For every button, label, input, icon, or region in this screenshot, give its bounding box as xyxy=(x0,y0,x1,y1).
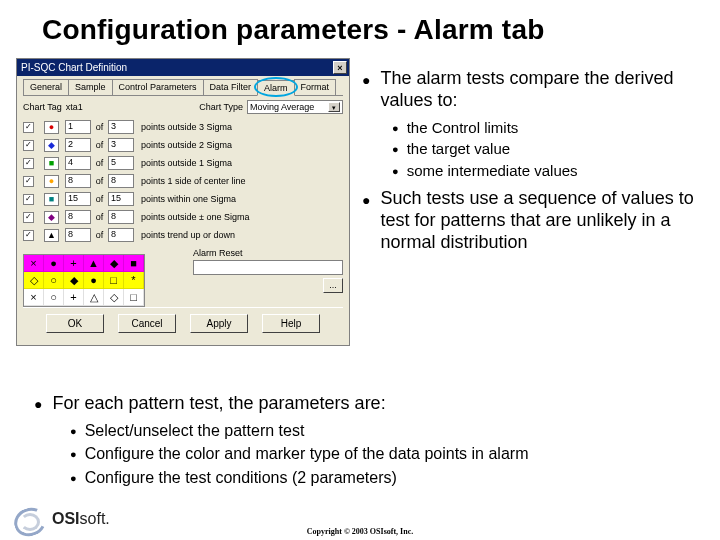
right-column: ● The alarm tests compare the derived va… xyxy=(362,68,708,260)
alarm-test-checkbox[interactable]: ✓ xyxy=(23,176,34,187)
alarm-test-checkbox[interactable]: ✓ xyxy=(23,212,34,223)
alarm-test-param2[interactable]: 8 xyxy=(108,228,134,242)
alarm-test-desc: points outside 1 Sigma xyxy=(137,158,343,168)
close-icon[interactable]: × xyxy=(333,61,347,74)
palette-cell[interactable]: ▲ xyxy=(84,255,104,272)
bullet-icon: ● xyxy=(392,161,399,181)
alarm-test-param2[interactable]: 8 xyxy=(108,210,134,224)
alarm-reset-field[interactable] xyxy=(193,260,343,275)
bullet-level1: ● Such tests use a sequence of values to… xyxy=(362,188,708,254)
dialog-button-row: OK Cancel Apply Help xyxy=(23,307,343,339)
dialog-titlebar: PI-SQC Chart Definition × xyxy=(17,59,349,76)
alarm-test-desc: points outside 3 Sigma xyxy=(137,122,343,132)
chart-tag-value: xta1 xyxy=(66,102,83,112)
alarm-test-param1[interactable]: 1 xyxy=(65,120,91,134)
alarm-test-param2[interactable]: 8 xyxy=(108,174,134,188)
alarm-test-desc: points outside 2 Sigma xyxy=(137,140,343,150)
tab-alarm[interactable]: Alarm xyxy=(257,80,295,96)
bullet-icon: ● xyxy=(362,188,370,254)
alarm-reset-label: Alarm Reset xyxy=(193,248,343,258)
bullet-icon: ● xyxy=(392,139,399,159)
alarm-test-marker[interactable]: ● xyxy=(44,175,59,188)
bullet-level2: ●the target value xyxy=(392,139,708,159)
browse-button[interactable]: ... xyxy=(323,278,343,293)
alarm-test-marker[interactable]: ■ xyxy=(44,193,59,206)
alarm-test-param2[interactable]: 3 xyxy=(108,120,134,134)
bullet-text: the Control limits xyxy=(407,118,519,138)
palette-cell[interactable]: + xyxy=(64,289,84,306)
footer: OSIsoft. Copyright © 2003 OSIsoft, Inc. xyxy=(0,500,720,540)
alarm-test-param2[interactable]: 15 xyxy=(108,192,134,206)
chart-type-value: Moving Average xyxy=(250,102,314,112)
palette-cell[interactable]: + xyxy=(64,255,84,272)
ok-button[interactable]: OK xyxy=(46,314,104,333)
palette-cell[interactable]: ◇ xyxy=(104,289,124,306)
alarm-test-checkbox[interactable]: ✓ xyxy=(23,194,34,205)
of-label: of xyxy=(94,176,105,186)
alarm-test-param1[interactable]: 8 xyxy=(65,228,91,242)
alarm-test-param2[interactable]: 3 xyxy=(108,138,134,152)
alarm-test-desc: points trend up or down xyxy=(137,230,343,240)
bullet-icon: ● xyxy=(70,421,77,442)
dialog-body: General Sample Control Parameters Data F… xyxy=(17,76,349,345)
alarm-test-param1[interactable]: 8 xyxy=(65,174,91,188)
dialog-window: PI-SQC Chart Definition × General Sample… xyxy=(16,58,350,346)
alarm-test-param1[interactable]: 8 xyxy=(65,210,91,224)
chart-type-combo[interactable]: Moving Average xyxy=(247,100,343,114)
bullet-text: Such tests use a sequence of values to t… xyxy=(380,188,708,254)
palette-cell[interactable]: ○ xyxy=(44,272,64,289)
alarm-test-param2[interactable]: 5 xyxy=(108,156,134,170)
alarm-test-checkbox[interactable]: ✓ xyxy=(23,158,34,169)
bullet-level1: ● For each pattern test, the parameters … xyxy=(34,392,698,415)
palette-cell[interactable]: * xyxy=(124,272,144,289)
logo-text: OSIsoft. xyxy=(52,510,110,528)
chart-tag-label: Chart Tag xyxy=(23,102,62,112)
bullet-icon: ● xyxy=(392,118,399,138)
tab-control-parameters[interactable]: Control Parameters xyxy=(112,79,204,95)
alarm-test-marker[interactable]: ● xyxy=(44,121,59,134)
alarm-test-desc: points within one Sigma xyxy=(137,194,343,204)
tab-sample[interactable]: Sample xyxy=(68,79,113,95)
palette-cell[interactable]: ◇ xyxy=(24,272,44,289)
of-label: of xyxy=(94,212,105,222)
bullet-level1: ● The alarm tests compare the derived va… xyxy=(362,68,708,112)
alarm-test-param1[interactable]: 2 xyxy=(65,138,91,152)
bullet-level2: ●Configure the test conditions (2 parame… xyxy=(70,468,698,489)
palette-cell[interactable]: ◆ xyxy=(104,255,124,272)
bullet-icon: ● xyxy=(362,68,370,112)
bullet-level2: ●Select/unselect the pattern test xyxy=(70,421,698,442)
palette-cell[interactable]: ◆ xyxy=(64,272,84,289)
marker-palette[interactable]: ×●+▲◆■◇○◆●□*×○+△◇□ xyxy=(23,254,145,307)
alarm-test-param1[interactable]: 15 xyxy=(65,192,91,206)
palette-cell[interactable]: ○ xyxy=(44,289,64,306)
tab-format[interactable]: Format xyxy=(294,79,337,95)
alarm-test-param1[interactable]: 4 xyxy=(65,156,91,170)
bullet-level2: ●Configure the color and marker type of … xyxy=(70,444,698,465)
palette-cell[interactable]: □ xyxy=(124,289,144,306)
of-label: of xyxy=(94,140,105,150)
alarm-test-checkbox[interactable]: ✓ xyxy=(23,140,34,151)
of-label: of xyxy=(94,158,105,168)
chart-type-label: Chart Type xyxy=(199,102,243,112)
palette-cell[interactable]: □ xyxy=(104,272,124,289)
alarm-test-marker[interactable]: ▲ xyxy=(44,229,59,242)
cancel-button[interactable]: Cancel xyxy=(118,314,176,333)
palette-cell[interactable]: × xyxy=(24,255,44,272)
palette-cell[interactable]: ● xyxy=(84,272,104,289)
palette-cell[interactable]: △ xyxy=(84,289,104,306)
alarm-test-marker[interactable]: ■ xyxy=(44,157,59,170)
alarm-test-checkbox[interactable]: ✓ xyxy=(23,230,34,241)
of-label: of xyxy=(94,122,105,132)
bullet-text: Configure the color and marker type of t… xyxy=(85,444,529,465)
alarm-test-desc: points outside ± one Sigma xyxy=(137,212,343,222)
tab-general[interactable]: General xyxy=(23,79,69,95)
help-button[interactable]: Help xyxy=(262,314,320,333)
palette-cell[interactable]: ● xyxy=(44,255,64,272)
alarm-test-marker[interactable]: ◆ xyxy=(44,211,59,224)
tab-data-filter[interactable]: Data Filter xyxy=(203,79,259,95)
alarm-test-checkbox[interactable]: ✓ xyxy=(23,122,34,133)
apply-button[interactable]: Apply xyxy=(190,314,248,333)
palette-cell[interactable]: ■ xyxy=(124,255,144,272)
alarm-test-marker[interactable]: ◆ xyxy=(44,139,59,152)
palette-cell[interactable]: × xyxy=(24,289,44,306)
